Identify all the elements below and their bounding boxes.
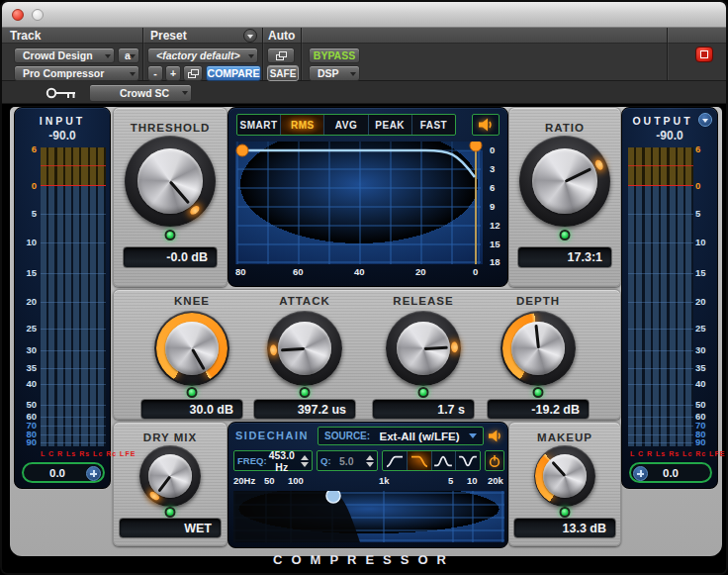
preset-chevron-icon[interactable] <box>243 29 257 43</box>
power-icon <box>488 454 501 468</box>
chevron-down-icon <box>469 433 477 438</box>
close-button[interactable] <box>12 9 24 21</box>
dry-mix-knob[interactable] <box>139 445 201 507</box>
notch-icon <box>457 453 479 469</box>
knee-label: KNEE <box>174 295 210 307</box>
release-knob[interactable] <box>386 311 461 386</box>
curve-handle-right[interactable] <box>470 142 482 151</box>
output-channel-labels: L C R Ls Rs Lc Rc LFE <box>630 450 725 457</box>
playlist-selector[interactable]: a <box>118 48 139 63</box>
filter-band-pass-button[interactable] <box>432 451 457 470</box>
output-trim-readout[interactable]: 0.0 <box>629 462 712 483</box>
preset-decrement-button[interactable]: - <box>147 65 163 81</box>
depth-knob[interactable] <box>500 311 576 386</box>
preset-selector[interactable]: <factory default> <box>147 48 258 63</box>
tab-fast[interactable]: FAST <box>412 115 455 135</box>
plugin-title: COMPRESSOR <box>2 552 726 567</box>
filter-low-pass-button[interactable] <box>408 451 432 470</box>
input-meter-bars <box>41 147 106 446</box>
sidechain-source-selector[interactable]: SOURCE: Ext-All (w/LFE) <box>318 427 484 445</box>
screenshot-root: Track Preset Auto Crowd Design a Pro Com… <box>0 0 728 575</box>
plugin-window: Track Preset Auto Crowd Design a Pro Com… <box>0 0 728 575</box>
tab-avg[interactable]: AVG <box>324 115 368 135</box>
auto-section-label: Auto <box>268 29 295 43</box>
q-stepper-icon[interactable] <box>366 455 374 467</box>
release-label: RELEASE <box>393 295 453 307</box>
input-fader-link-icon[interactable] <box>86 466 101 481</box>
output-meter-label: OUTPUT <box>622 115 703 127</box>
compare-button[interactable]: COMPARE <box>206 65 261 81</box>
divider <box>142 28 143 80</box>
sidechain-listen-button[interactable] <box>472 114 500 136</box>
band-pass-icon <box>432 453 454 469</box>
knee-value[interactable]: 30.0 dB <box>140 399 243 420</box>
tab-peak[interactable]: PEAK <box>369 115 412 135</box>
input-meter-scale: 6 0 5 10 15 20 25 30 35 40 50 60 70 80 9… <box>19 147 37 446</box>
plugin-selector[interactable]: Pro Compressor <box>14 65 139 81</box>
target-icon <box>700 50 708 58</box>
depth-label: DEPTH <box>516 295 560 307</box>
knee-led <box>187 387 198 398</box>
filter-power-button[interactable] <box>485 450 504 471</box>
track-selector[interactable]: Crowd Design <box>14 48 115 63</box>
divider <box>667 28 668 80</box>
bypass-button[interactable]: BYPASS <box>309 48 360 63</box>
preset-increment-button[interactable]: + <box>165 65 181 81</box>
curve-handle-left[interactable] <box>236 144 248 156</box>
high-pass-icon <box>384 453 406 469</box>
attack-knob[interactable] <box>267 311 342 386</box>
ratio-value[interactable]: 17.3:1 <box>517 246 612 268</box>
dry-mix-value[interactable]: WET <box>119 518 222 538</box>
librarian-icon <box>188 69 199 78</box>
target-button[interactable] <box>695 47 713 62</box>
sidechain-label: SIDECHAIN <box>235 430 309 441</box>
ratio-knob[interactable] <box>519 136 610 227</box>
attack-value[interactable]: 397.2 us <box>253 399 356 420</box>
ratio-led <box>560 230 571 240</box>
tab-smart[interactable]: SMART <box>237 115 281 135</box>
output-options-chevron[interactable] <box>698 113 712 127</box>
input-meter-over-zone <box>41 147 106 186</box>
filter-high-pass-button[interactable] <box>383 451 408 470</box>
output-meter-bars <box>628 147 693 446</box>
track-section-label: Track <box>10 29 41 43</box>
depth-value[interactable]: -19.2 dB <box>487 399 590 420</box>
automation-button[interactable] <box>267 48 295 63</box>
detector-tab-bar: SMART RMS AVG PEAK FAST <box>236 114 456 136</box>
makeup-led <box>560 507 571 518</box>
speaker-icon <box>478 118 494 132</box>
minimize-button[interactable] <box>32 9 44 21</box>
graph-y-axis: 0 3 6 9 12 15 18 <box>488 142 503 264</box>
depth-led <box>533 387 544 398</box>
filter-response-fill <box>233 491 360 542</box>
knee-knob[interactable] <box>154 311 229 386</box>
filter-cutoff-handle[interactable] <box>326 491 340 503</box>
freq-stepper-icon[interactable] <box>301 455 309 467</box>
key-icon <box>46 85 79 101</box>
makeup-knob[interactable] <box>534 445 595 507</box>
filter-notch-button[interactable] <box>456 451 480 470</box>
output-fader-link-icon[interactable] <box>633 466 648 481</box>
dsp-selector[interactable]: DSP <box>309 65 360 81</box>
safe-button[interactable]: SAFE <box>267 65 299 81</box>
output-meter-over-zone <box>628 147 693 186</box>
transfer-curve-plot[interactable] <box>235 142 483 264</box>
toolbar-section-headers: Track Preset Auto <box>2 28 726 44</box>
key-input-selector[interactable]: Crowd SC <box>89 84 192 102</box>
input-trim-readout[interactable]: 0.0 <box>22 462 105 483</box>
makeup-value[interactable]: 13.3 dB <box>513 518 616 538</box>
sidechain-filter-plot[interactable] <box>233 491 504 542</box>
sidechain-speaker-icon[interactable] <box>488 430 502 442</box>
makeup-label: MAKEUP <box>537 431 592 443</box>
output-meter-panel: OUTPUT -90.0 6 0 5 10 15 20 25 30 35 40 … <box>621 107 718 489</box>
threshold-knob[interactable] <box>125 136 216 227</box>
sidechain-freq-control[interactable]: FREQ: 453.0 Hz <box>233 450 313 471</box>
threshold-value[interactable]: -0.0 dB <box>123 246 218 268</box>
preset-librarian-button[interactable] <box>183 65 203 81</box>
sidechain-q-control[interactable]: Q: 5.0 <box>317 450 378 471</box>
tab-rms[interactable]: RMS <box>281 115 324 135</box>
input-meter-panel: INPUT -90.0 6 0 5 10 15 20 25 30 35 40 5… <box>14 107 111 489</box>
title-bar[interactable] <box>2 2 726 28</box>
release-value[interactable]: 1.7 s <box>372 399 475 420</box>
input-meter-readout: -90.0 <box>15 129 110 143</box>
